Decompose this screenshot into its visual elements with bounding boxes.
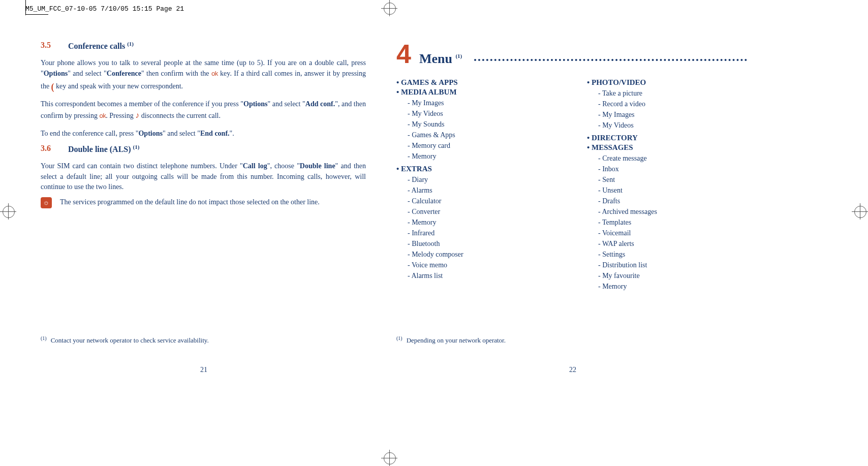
menu-item: My Images	[598, 109, 747, 120]
menu-item: Memory card	[408, 140, 556, 151]
page-right: 4 Menu (1) GAMES & APPSMEDIA ALBUMMy Ima…	[396, 41, 747, 295]
section-heading-3-5: 3.5 Conference calls (1)	[41, 41, 366, 51]
menu-item: My Images	[408, 98, 556, 108]
menu-item: Converter	[408, 206, 556, 217]
menu-item: Melody composer	[408, 249, 556, 260]
menu-item: Memory	[598, 281, 747, 292]
menu-item: My favourite	[598, 270, 747, 281]
menu-sublist: My ImagesMy VideosMy SoundsGames & AppsM…	[408, 98, 556, 162]
page-number-left: 21	[200, 366, 207, 374]
ok-key-icon: ok	[99, 112, 106, 119]
menu-category: MESSAGES	[587, 143, 747, 152]
hangup-key-icon: ♪	[135, 109, 139, 121]
menu-item: Record a video	[598, 99, 747, 109]
menu-listing: GAMES & APPSMEDIA ALBUMMy ImagesMy Video…	[396, 77, 747, 295]
menu-item: Diary	[408, 174, 556, 185]
menu-category: EXTRAS	[396, 165, 556, 173]
crop-mark	[0, 203, 16, 220]
chapter-heading: 4 Menu (1)	[396, 41, 747, 67]
menu-item: Alarms list	[408, 270, 556, 281]
menu-item: Archived messages	[598, 206, 747, 217]
menu-item: Distribution list	[598, 260, 747, 270]
crop-mark	[381, 450, 397, 466]
crop-mark	[852, 203, 868, 220]
menu-item: Create message	[598, 153, 747, 164]
menu-category: GAMES & APPS	[396, 78, 556, 87]
note-callout: ☼ The services programmed on the default…	[41, 197, 366, 208]
menu-item: Bluetooth	[408, 238, 556, 249]
menu-column-2: PHOTO/VIDEOTake a pictureRecord a videoM…	[587, 77, 747, 295]
print-job-header: M5_UM_FCC_07-10-05 7/10/05 15:15 Page 21	[25, 5, 184, 13]
menu-item: Memory	[408, 217, 556, 228]
menu-item: Drafts	[598, 196, 747, 206]
menu-item: Infrared	[408, 228, 556, 238]
menu-item: Memory	[408, 151, 556, 162]
menu-item: Unsent	[598, 185, 747, 196]
menu-item: My Sounds	[408, 119, 556, 130]
menu-item: Take a picture	[598, 88, 747, 99]
menu-item: My Videos	[598, 120, 747, 131]
section-heading-3-6: 3.6 Double line (ALS) (1)	[41, 144, 366, 154]
page-number-right: 22	[569, 366, 576, 374]
paragraph-3-5-b: This correspondent becomes a member of t…	[41, 99, 366, 121]
chapter-title: Menu (1)	[419, 51, 462, 67]
menu-category: MEDIA ALBUM	[396, 88, 556, 97]
footnote-right: (1)Depending on your network operator.	[396, 335, 506, 345]
menu-item: WAP alerts	[598, 238, 747, 249]
paragraph-3-6-a: Your SIM card can contain two distinct t…	[41, 161, 366, 192]
footnote-left: (1)Contact your network operator to chec…	[41, 335, 209, 345]
section-title: Conference calls (1)	[68, 41, 134, 51]
menu-item: My Videos	[408, 108, 556, 119]
menu-item: Calculator	[408, 196, 556, 206]
note-text: The services programmed on the default l…	[60, 197, 320, 207]
menu-sublist: Take a pictureRecord a videoMy ImagesMy …	[598, 88, 747, 131]
leader-dots	[474, 59, 747, 61]
section-title: Double line (ALS) (1)	[68, 144, 139, 154]
menu-item: Settings	[598, 249, 747, 260]
menu-item: Templates	[598, 217, 747, 228]
call-key-icon: (	[51, 80, 54, 94]
section-number: 3.5	[41, 41, 56, 51]
chapter-number: 4	[396, 41, 411, 67]
menu-sublist: DiaryAlarmsCalculatorConverterMemoryInfr…	[408, 174, 556, 281]
lightbulb-icon: ☼	[41, 197, 52, 208]
section-number: 3.6	[41, 144, 56, 154]
menu-item: Alarms	[408, 185, 556, 196]
menu-item: Inbox	[598, 164, 747, 174]
menu-column-1: GAMES & APPSMEDIA ALBUMMy ImagesMy Video…	[396, 77, 556, 295]
paragraph-3-5-c: To end the conference call, press "Optio…	[41, 129, 366, 139]
crop-mark	[381, 0, 397, 16]
menu-item: Sent	[598, 174, 747, 185]
page-left: 3.5 Conference calls (1) Your phone allo…	[41, 41, 366, 208]
menu-category: PHOTO/VIDEO	[587, 78, 747, 87]
menu-item: Games & Apps	[408, 130, 556, 140]
menu-sublist: Create messageInboxSentUnsentDraftsArchi…	[598, 153, 747, 292]
paragraph-3-5-a: Your phone allows you to talk to several…	[41, 58, 366, 92]
ok-key-icon: ok	[211, 70, 218, 77]
menu-item: Voice memo	[408, 260, 556, 270]
menu-item: Voicemail	[598, 228, 747, 238]
menu-category: DIRECTORY	[587, 134, 747, 142]
crop-corner	[25, 14, 48, 15]
